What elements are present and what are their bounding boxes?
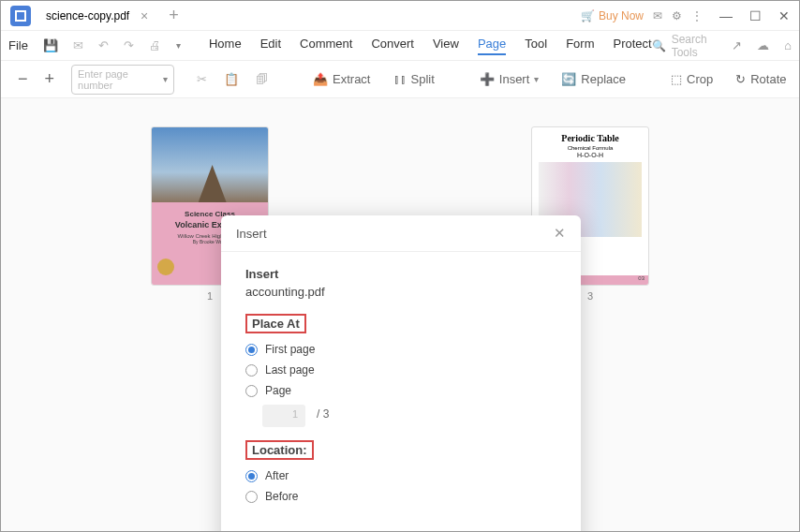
location-label: Location: <box>245 440 314 460</box>
insert-filename: accounting.pdf <box>245 285 556 299</box>
zoom-out-button[interactable]: − <box>18 69 28 89</box>
cloud-icon[interactable]: ☁ <box>757 38 769 52</box>
search-tools[interactable]: 🔍 Search Tools <box>652 33 717 59</box>
menu-convert[interactable]: Convert <box>371 37 414 55</box>
minimize-button[interactable]: — <box>719 8 733 23</box>
insert-section-label: Insert <box>245 267 556 281</box>
file-menu[interactable]: File <box>8 38 28 52</box>
after-option[interactable]: After <box>245 469 556 482</box>
page-input-placeholder: Enter page number <box>78 68 163 91</box>
buy-now-link[interactable]: 🛒 Buy Now <box>581 9 644 22</box>
close-button[interactable]: ✕ <box>778 8 790 23</box>
page-number-input[interactable]: Enter page number▾ <box>71 65 174 95</box>
save-icon[interactable]: 💾 <box>43 38 58 52</box>
after-label: After <box>265 469 289 482</box>
replace-button[interactable]: 🔄 Replace <box>561 72 626 86</box>
home-icon[interactable]: ⌂ <box>784 38 792 52</box>
radio-icon <box>245 344 258 356</box>
search-placeholder: Search Tools <box>672 33 717 59</box>
last-page-label: Last page <box>265 363 315 377</box>
rotate-label: Rotate <box>750 72 786 86</box>
first-page-option[interactable]: First page <box>245 343 556 356</box>
dialog-title: Insert <box>236 227 267 241</box>
mail-icon[interactable]: ✉ <box>73 38 83 52</box>
close-tab-icon[interactable]: × <box>141 8 148 23</box>
open-icon[interactable]: ↗ <box>732 38 742 52</box>
undo-icon[interactable]: ↶ <box>98 38 109 52</box>
menu-icon[interactable]: ⋮ <box>691 9 703 22</box>
insert-label: Insert <box>499 72 530 86</box>
print-dropdown-icon[interactable]: ▾ <box>176 40 181 51</box>
replace-label: Replace <box>581 72 626 86</box>
canvas: Science Class Volcanic Experim Willow Cr… <box>1 98 799 531</box>
before-label: Before <box>265 490 298 503</box>
before-option[interactable]: Before <box>245 490 556 503</box>
menu-form[interactable]: Form <box>566 37 594 55</box>
tab-title: science-copy.pdf <box>46 9 129 22</box>
menu-protect[interactable]: Protect <box>613 37 651 55</box>
extract-label: Extract <box>333 72 370 86</box>
extract-button[interactable]: 📤 Extract <box>313 72 370 86</box>
menu-tool[interactable]: Tool <box>525 37 547 55</box>
thumb3-title: Periodic Table <box>532 133 648 143</box>
print-icon[interactable]: 🖨 <box>149 38 161 52</box>
place-at-label: Place At <box>245 314 306 333</box>
buy-now-label: Buy Now <box>599 9 644 22</box>
document-tab[interactable]: science-copy.pdf × <box>38 1 157 30</box>
app-icon <box>10 6 31 26</box>
radio-icon <box>245 364 258 377</box>
new-tab-button[interactable]: + <box>169 6 179 25</box>
crop-label: Crop <box>687 72 713 86</box>
page-label: Page <box>265 384 291 397</box>
split-button[interactable]: ⫿⫿ Split <box>393 72 435 86</box>
menu-view[interactable]: View <box>433 37 459 55</box>
radio-icon <box>245 385 258 397</box>
crop-button[interactable]: ⬚ Crop <box>671 72 713 86</box>
page-option[interactable]: Page <box>245 384 556 397</box>
insert-button[interactable]: ➕ Insert▾ <box>480 72 540 86</box>
page-total: / 3 <box>317 407 329 421</box>
svg-rect-0 <box>16 11 25 21</box>
thumb3-formula: H-O-O-H <box>532 152 648 158</box>
zoom-in-button[interactable]: + <box>45 69 55 89</box>
insert-dialog: Insert ✕ Insert accounting.pdf Place At … <box>221 215 581 532</box>
last-page-option[interactable]: Last page <box>245 363 556 377</box>
menubar: File 💾 ✉ ↶ ↷ 🖨 ▾ Home Edit Comment Conve… <box>1 31 799 61</box>
menu-comment[interactable]: Comment <box>300 37 352 55</box>
thumb3-sub: Chemical Formula <box>532 145 648 151</box>
split-label: Split <box>411 72 435 86</box>
radio-icon <box>245 470 258 482</box>
radio-icon <box>245 491 258 503</box>
settings-icon[interactable]: ⚙ <box>672 9 682 22</box>
menu-edit[interactable]: Edit <box>260 37 281 55</box>
notification-icon[interactable]: ✉ <box>653 9 662 22</box>
copy-icon[interactable]: 📋 <box>224 72 239 86</box>
page-number-field[interactable]: 1 <box>262 405 305 427</box>
menu-home[interactable]: Home <box>209 37 242 55</box>
paste-icon[interactable]: 🗐 <box>256 72 268 86</box>
toolbar: − + Enter page number▾ ✂ 📋 🗐 📤 Extract ⫿… <box>1 61 799 98</box>
dialog-close-button[interactable]: ✕ <box>554 225 566 242</box>
first-page-label: First page <box>265 343 315 356</box>
rotate-button[interactable]: ↻ Rotate <box>735 72 786 86</box>
cut-icon[interactable]: ✂ <box>197 72 207 86</box>
menu-page[interactable]: Page <box>478 37 506 55</box>
maximize-button[interactable]: ☐ <box>749 8 762 23</box>
titlebar: science-copy.pdf × + 🛒 Buy Now ✉ ⚙ ⋮ — ☐… <box>1 1 799 31</box>
redo-icon[interactable]: ↷ <box>124 38 134 52</box>
